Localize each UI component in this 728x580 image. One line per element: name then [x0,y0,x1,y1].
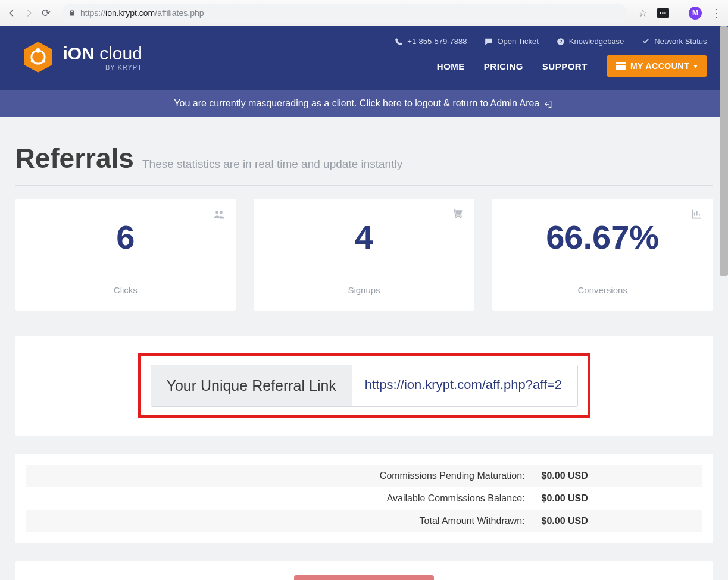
bookmark-star-icon[interactable]: ☆ [638,7,648,20]
nav-support[interactable]: SUPPORT [542,61,588,71]
page-subtitle: These statistics are in real time and up… [142,158,402,171]
balance-label: Total Amount Withdrawn: [26,510,533,532]
phone-icon [395,37,403,46]
profile-avatar[interactable]: M [689,7,702,20]
svg-rect-7 [616,62,626,70]
brand[interactable]: iON cloud BY KRYPT [21,40,142,74]
svg-point-2 [36,48,40,52]
referral-link[interactable]: https://ion.krypt.com/aff.php?aff=2 [352,365,577,406]
top-utility-bar: +1-855-579-7888 Open Ticket ? Knowledgeb… [395,37,707,46]
referral-card: Your Unique Referral Link https://ion.kr… [15,336,713,436]
balance-value: $0.00 USD [533,465,702,487]
logout-icon [545,99,554,109]
my-account-button[interactable]: MY ACCOUNT ▾ [607,55,707,77]
cart-icon [452,208,464,222]
brand-byline: BY KRYPT [63,64,142,71]
url-text: https://ion.krypt.com/affiliates.php [80,8,204,18]
stat-label: Clicks [32,285,220,295]
balance-value: $0.00 USD [533,487,702,510]
stat-signups: 4 Signups [254,199,474,311]
separator [679,6,679,20]
svg-text:?: ? [559,39,562,44]
question-icon: ? [557,37,565,46]
check-icon [642,37,650,46]
table-row: Commissions Pending Maturation: $0.00 US… [26,465,702,487]
scrollbar[interactable] [720,26,728,276]
comment-icon [485,37,493,46]
stat-value: 66.67% [509,218,696,256]
balance-label: Commissions Pending Maturation: [26,465,533,487]
stat-label: Signups [270,285,458,295]
main-nav: HOME PRICING SUPPORT MY ACCOUNT ▾ [437,55,707,77]
svg-point-3 [30,59,34,62]
card-icon [616,62,626,70]
masquerade-banner[interactable]: You are currently masquerading as a clie… [0,90,728,117]
svg-point-4 [42,59,45,62]
brand-name: iON cloud [63,43,142,64]
page-heading: Referrals These statistics are in real t… [15,117,713,186]
balance-value: $0.00 USD [533,510,702,532]
stat-clicks: 6 Clicks [15,199,236,311]
withdraw-card: REQUEST WITHDRAWAL You will be able to r… [15,561,713,580]
lock-icon [68,10,76,17]
svg-marker-0 [24,42,52,73]
stat-conversions: 66.67% Conversions [492,199,713,311]
page-title: Referrals [15,142,134,174]
caret-down-icon: ▾ [694,63,698,70]
nav-home[interactable]: HOME [437,61,465,71]
knowledgebase-link[interactable]: ? Knowledgebase [557,37,624,46]
extension-icon[interactable]: ••• [657,8,669,18]
balance-label: Available Commissions Balance: [26,487,533,510]
chart-icon [690,208,702,222]
site-header: iON cloud BY KRYPT +1-855-579-7888 Open … [0,26,728,90]
balances-card: Commissions Pending Maturation: $0.00 US… [15,454,713,543]
browser-chrome: ⟳ https://ion.krypt.com/affiliates.php ☆… [0,0,728,26]
forward-icon[interactable] [24,8,35,18]
stat-value: 6 [32,218,220,256]
logo-icon [21,40,55,74]
referral-highlight: Your Unique Referral Link https://ion.kr… [138,353,590,418]
reload-icon[interactable]: ⟳ [42,7,51,20]
nav-pricing[interactable]: PRICING [484,61,523,71]
address-bar[interactable]: https://ion.krypt.com/affiliates.php [61,4,627,22]
phone-link[interactable]: +1-855-579-7888 [395,37,467,46]
referral-label: Your Unique Referral Link [151,365,352,406]
table-row: Available Commissions Balance: $0.00 USD [26,487,702,510]
kebab-menu-icon[interactable]: ⋮ [711,8,722,18]
svg-rect-8 [616,64,626,65]
back-icon[interactable] [6,8,17,18]
network-status-link[interactable]: Network Status [642,37,707,46]
users-icon [213,208,225,222]
stat-value: 4 [270,218,458,256]
stat-label: Conversions [509,285,696,295]
table-row: Total Amount Withdrawn: $0.00 USD [26,510,702,532]
request-withdrawal-button[interactable]: REQUEST WITHDRAWAL [294,575,434,580]
open-ticket-link[interactable]: Open Ticket [485,37,538,46]
